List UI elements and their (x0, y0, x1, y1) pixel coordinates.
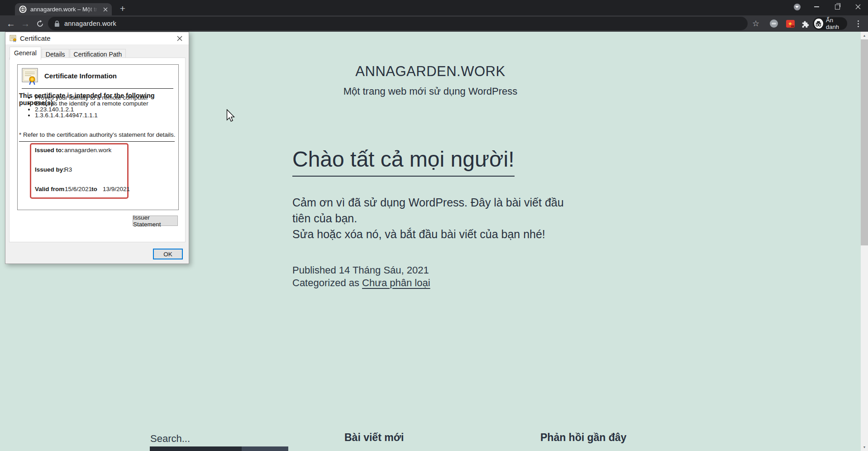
tab-close-icon[interactable] (103, 7, 108, 12)
issued-to-value: annagarden.work (64, 147, 111, 154)
separator (19, 141, 175, 142)
flag-extension-button[interactable]: ★ (783, 15, 797, 32)
forward-icon: → (21, 19, 30, 29)
issued-by-value: R3 (64, 166, 72, 173)
browser-tab[interactable]: annagarden.work – Một trang we (15, 3, 112, 15)
scrollbar-thumb[interactable] (861, 39, 868, 245)
back-button[interactable]: ← (4, 15, 18, 32)
new-tab-button[interactable]: + (117, 3, 129, 14)
tab-title: annagarden.work – Một trang we (30, 6, 100, 13)
page-scrollbar[interactable]: ▲ ▼ (861, 32, 868, 451)
certificate-icon (10, 35, 17, 42)
lock-icon (54, 20, 60, 27)
certificate-dialog: Certificate General Details Certificatio… (5, 32, 189, 264)
incognito-spy-icon (814, 19, 823, 29)
issued-by-label: Issued by: (35, 166, 65, 173)
restore-icon (835, 5, 840, 10)
post-body-line: Cảm ơn vì đã sử dụng WordPress. Đây là b… (292, 195, 582, 226)
post-article: Chào tất cả mọi người! Cảm ơn vì đã sử d… (292, 148, 582, 289)
separator (22, 88, 173, 89)
dialog-tab-page: Certificate Information This certificate… (9, 58, 186, 242)
post-title-link[interactable]: Chào tất cả mọi người! (292, 148, 515, 177)
reload-icon (36, 20, 44, 28)
dialog-title: Certificate (20, 34, 51, 42)
address-bar[interactable]: annagarden.work (48, 17, 748, 30)
recent-comments-heading: Phản hồi gần đây (540, 432, 626, 444)
browser-menu-button[interactable] (851, 15, 865, 32)
search-button[interactable] (242, 446, 288, 451)
browser-toolbar: ← → annagarden.work ☆ ★ (0, 15, 868, 32)
close-icon (855, 4, 861, 10)
dialog-close-icon (177, 36, 182, 41)
cloud-icon (770, 19, 778, 28)
search-field-border[interactable] (150, 446, 242, 451)
scroll-down-icon[interactable]: ▼ (861, 443, 868, 451)
browser-frame: annagarden.work – Một trang we + (0, 0, 868, 15)
back-icon: ← (6, 19, 15, 29)
valid-to-date: 13/9/2021 (103, 186, 130, 192)
forward-button[interactable]: → (18, 15, 33, 32)
caret-circle-icon (794, 4, 801, 10)
valid-from-label: Valid from (35, 186, 64, 192)
close-window-button[interactable] (849, 0, 867, 14)
search-input[interactable]: Search... (150, 433, 190, 445)
certificate-info-group: Certificate Information This certificate… (17, 64, 179, 210)
dialog-titlebar[interactable]: Certificate (5, 32, 189, 44)
valid-from-date: 15/6/2021 (65, 186, 92, 192)
ok-button[interactable]: OK (153, 249, 183, 259)
scroll-up-icon[interactable]: ▲ (861, 32, 868, 39)
minimize-icon (814, 6, 819, 7)
kebab-menu-icon (858, 20, 859, 27)
screen: annagarden.work – Một trang we + ← → (0, 0, 868, 451)
purpose-list: Proves your identity to a remote compute… (21, 95, 148, 119)
reload-button[interactable] (33, 15, 47, 32)
dialog-close-button[interactable] (175, 34, 185, 43)
recent-posts-heading: Bài viết mới (344, 432, 404, 444)
tab-general[interactable]: General (10, 47, 41, 60)
published-date: Published 14 Tháng Sáu, 2021 (292, 264, 582, 277)
category-link[interactable]: Chưa phân loại (362, 277, 430, 288)
valid-to-word: to (91, 186, 97, 192)
restore-button[interactable] (828, 0, 846, 14)
flag-star-icon: ★ (786, 20, 795, 28)
category-line: Categorized as Chưa phân loại (292, 277, 582, 289)
url-text: annagarden.work (64, 20, 116, 27)
extensions-button[interactable] (797, 15, 812, 32)
puzzle-icon (801, 19, 809, 28)
certificate-large-icon (21, 67, 39, 86)
issuer-statement-button[interactable]: Issuer Statement (133, 216, 178, 226)
tab-search-button[interactable] (788, 0, 806, 14)
categorized-prefix: Categorized as (292, 277, 362, 288)
cloud-indicator-button[interactable] (767, 15, 781, 32)
post-body-line: Sửa hoặc xóa nó, và bắt đầu bài viết của… (292, 226, 582, 242)
post-meta: Published 14 Tháng Sáu, 2021 Categorized… (292, 264, 582, 289)
purpose-item: 1.3.6.1.4.1.44947.1.1.1 (35, 113, 148, 119)
certificate-information-title: Certificate Information (44, 72, 117, 80)
profile-label: Ẩn danh (826, 17, 846, 30)
issued-to-label: Issued to: (35, 147, 64, 154)
globe-favicon-icon (19, 5, 27, 13)
minimize-button[interactable] (807, 0, 825, 14)
bookmark-star-icon: ☆ (752, 19, 759, 29)
mouse-cursor (226, 109, 236, 124)
incognito-profile-chip[interactable]: Ẩn danh (813, 17, 847, 30)
bookmark-button[interactable]: ☆ (749, 15, 763, 32)
refer-note: * Refer to the certification authority's… (19, 131, 176, 138)
post-body: Cảm ơn vì đã sử dụng WordPress. Đây là b… (292, 195, 582, 242)
